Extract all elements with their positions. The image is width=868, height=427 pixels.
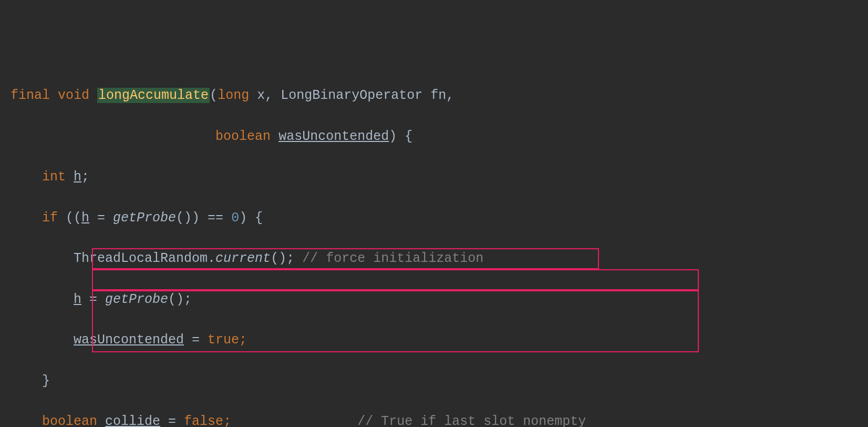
method-current: current [215, 251, 271, 266]
semi: ; [223, 414, 231, 427]
text: ()) == [176, 210, 231, 226]
text: (); [271, 251, 294, 266]
code-line-2: boolean wasUncontended) { [11, 127, 857, 147]
rparen: ) [389, 129, 397, 144]
param-wasuncontended: wasUncontended [278, 129, 389, 144]
class-threadlocalrandom: ThreadLocalRandom [74, 251, 208, 266]
method-name-highlight: longAccumulate [97, 88, 210, 103]
text: = [160, 414, 184, 427]
method-getprobe: getProbe [105, 292, 168, 307]
text: (); [168, 292, 192, 307]
var-h: h [74, 292, 81, 307]
comma: , [265, 88, 273, 103]
dot: . [208, 251, 215, 266]
semi: ; [239, 332, 247, 348]
text: = [184, 332, 208, 348]
var-collide: collide [105, 414, 160, 427]
keyword-boolean: boolean [42, 414, 97, 427]
keyword-int: int [42, 169, 66, 185]
var-h: h [74, 169, 81, 185]
comment-force-init: // force initialization [302, 251, 483, 266]
number-zero: 0 [231, 210, 239, 226]
param-x: x [257, 88, 265, 103]
lbrace: { [405, 129, 412, 144]
text: = [89, 210, 113, 226]
text: ) { [239, 210, 263, 226]
keyword-true: true [208, 332, 239, 348]
param-fn: fn [430, 88, 446, 103]
keyword-boolean: boolean [215, 129, 271, 144]
type-operator: LongBinaryOperator [281, 88, 422, 103]
comment-true-if-last: // True if last slot nonempty [357, 414, 586, 427]
var-wasuncontended: wasUncontended [74, 332, 184, 348]
method-getprobe: getProbe [113, 210, 176, 226]
type-long: long [218, 88, 249, 103]
code-line-4: if ((h = getProbe()) == 0) { [11, 208, 857, 229]
code-line-8: } [11, 371, 857, 392]
code-line-9: boolean collide = false; // True if last… [11, 412, 857, 427]
code-line-7: wasUncontended = true; [11, 330, 857, 351]
var-h: h [81, 210, 89, 226]
code-line-6: h = getProbe(); [11, 290, 857, 310]
comma: , [446, 88, 454, 103]
highlight-box-2 [92, 269, 699, 290]
keyword-false: false [184, 414, 223, 427]
keyword-void: void [58, 88, 89, 103]
code-line-3: int h; [11, 167, 857, 188]
text: = [81, 292, 105, 307]
punct: ( [210, 88, 218, 103]
text: (( [58, 210, 81, 226]
semi: ; [81, 169, 89, 185]
keyword-final: final [11, 88, 50, 103]
code-line-1: final void longAccumulate(long x, LongBi… [11, 86, 857, 106]
keyword-if: if [42, 210, 58, 226]
rbrace: } [42, 373, 50, 389]
code-line-5: ThreadLocalRandom.current(); // force in… [11, 249, 857, 269]
